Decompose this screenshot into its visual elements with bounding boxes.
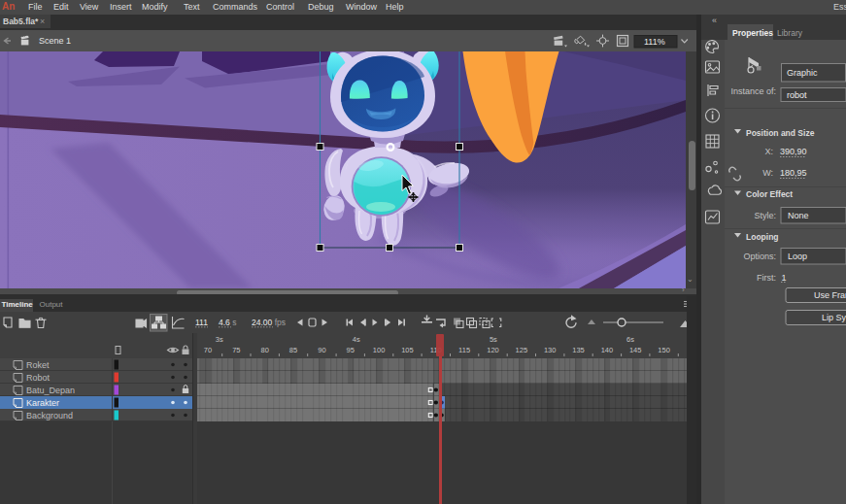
svg-text:Use Frame Picker: Use Frame Picker	[814, 290, 846, 300]
svg-text:Looping: Looping	[746, 232, 779, 242]
svg-text:First:: First:	[757, 273, 776, 283]
svg-text:robot: robot	[787, 90, 807, 100]
svg-text:111%: 111%	[644, 37, 665, 47]
svg-text:Loop: Loop	[788, 252, 807, 261]
svg-text:Lip Syncing: Lip Syncing	[822, 313, 846, 322]
svg-text:111: 111	[195, 318, 208, 327]
svg-text:1: 1	[782, 273, 787, 283]
svg-text:Color Effect: Color Effect	[746, 189, 793, 199]
svg-text:24.00 fps: 24.00 fps	[252, 318, 286, 327]
svg-text:390,90: 390,90	[780, 147, 807, 156]
svg-text:Style:: Style:	[754, 211, 776, 220]
svg-text:None: None	[788, 211, 809, 220]
svg-text:Instance of:: Instance of:	[730, 86, 776, 96]
svg-text:Position and Size: Position and Size	[746, 128, 815, 138]
svg-text:4.6 s: 4.6 s	[219, 318, 236, 327]
svg-text:Graphic: Graphic	[787, 68, 818, 78]
svg-text:W:: W:	[762, 168, 773, 178]
svg-text:180,95: 180,95	[780, 168, 807, 178]
svg-text:Options:: Options:	[743, 252, 776, 261]
svg-text:X:: X:	[764, 147, 773, 156]
